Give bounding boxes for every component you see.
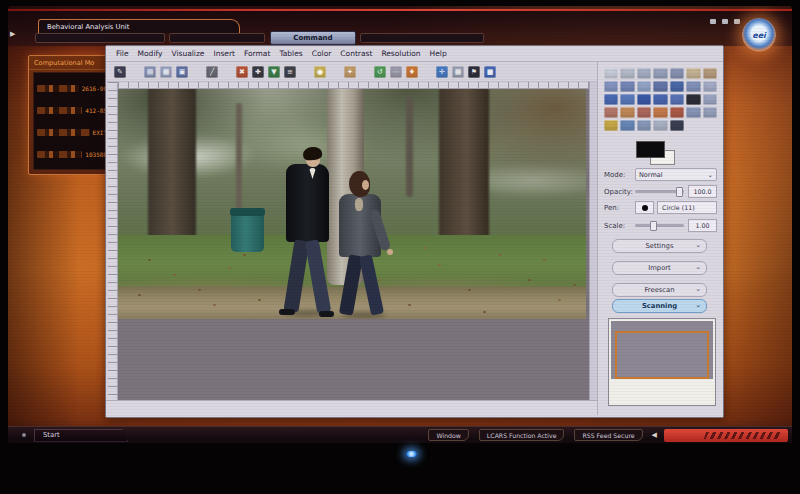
menu-tables[interactable]: Tables — [279, 49, 302, 58]
flag-icon[interactable]: ⚑ — [468, 66, 480, 78]
measure-icon[interactable] — [637, 81, 651, 92]
import-dropdown[interactable]: Import ⌄ — [612, 261, 707, 275]
taskbar-rss-button[interactable]: RSS Feed Secure — [574, 429, 642, 441]
menu-resolution[interactable]: Resolution — [381, 49, 420, 58]
color-picker-icon[interactable] — [604, 81, 618, 92]
align-icon[interactable] — [670, 81, 684, 92]
perspective-icon[interactable] — [637, 94, 651, 105]
ellipse-select-icon[interactable] — [620, 68, 634, 79]
menu-modify[interactable]: Modify — [138, 49, 163, 58]
anchor-icon[interactable]: ✚ — [252, 66, 264, 78]
computational-panel: Computational Mo 2616-99 412-85 EXIT 103… — [28, 55, 116, 175]
chevron-down-icon: ⌄ — [708, 171, 713, 179]
viewport-outline[interactable] — [615, 331, 709, 379]
open-folder-icon[interactable]: ▤ — [144, 66, 156, 78]
scanning-dropdown[interactable]: Scanning ⌄ — [612, 299, 707, 313]
hand-icon[interactable]: ✦ — [344, 66, 356, 78]
readout-row: 2616-99 — [37, 82, 107, 94]
navigation-preview[interactable] — [608, 318, 716, 406]
magnify-icon[interactable] — [620, 81, 634, 92]
slider-knob[interactable] — [676, 187, 683, 197]
move-tool-icon[interactable] — [653, 81, 667, 92]
menu-help[interactable]: Help — [430, 49, 447, 58]
cut-icon[interactable]: ✖ — [236, 66, 248, 78]
pencil-icon[interactable]: ✎ — [114, 66, 126, 78]
canvas-area[interactable] — [108, 82, 597, 400]
smudge-icon[interactable] — [637, 120, 651, 131]
shield-icon[interactable]: ▼ — [268, 66, 280, 78]
paintbrush-icon[interactable] — [637, 107, 651, 118]
scale-tool-icon[interactable] — [604, 94, 618, 105]
menu-file[interactable]: File — [116, 49, 129, 58]
pencil-tool-icon[interactable] — [620, 107, 634, 118]
swatch-icon[interactable]: ■ — [484, 66, 496, 78]
airbrush-icon[interactable] — [670, 107, 684, 118]
park-photo[interactable] — [118, 89, 586, 319]
move-icon[interactable]: ✛ — [436, 66, 448, 78]
crop-icon[interactable] — [686, 81, 700, 92]
image-icon[interactable]: ▣ — [176, 66, 188, 78]
scissors-select-icon[interactable] — [686, 68, 700, 79]
more-dots-icon[interactable]: ⋯ — [390, 66, 402, 78]
opacity-value[interactable]: 100.0 — [688, 185, 717, 198]
computational-panel-readouts: 2616-99 412-85 EXIT 103588 — [33, 72, 111, 170]
heal-icon[interactable] — [604, 120, 618, 131]
menu-insert[interactable]: Insert — [213, 49, 235, 58]
tab-command[interactable]: Command — [270, 31, 356, 45]
opacity-slider[interactable] — [635, 190, 684, 193]
dodge-burn-icon[interactable] — [653, 120, 667, 131]
tab-behavioral-analysis-unit[interactable]: Behavioral Analysis Unit — [38, 19, 240, 33]
save-icon[interactable]: ▦ — [160, 66, 172, 78]
taskbar-lcars-button[interactable]: LCARS Function Active — [479, 429, 565, 441]
grid-icon[interactable]: ▦ — [452, 66, 464, 78]
brush-preview[interactable] — [635, 201, 654, 214]
menu-color[interactable]: Color — [312, 49, 332, 58]
taskbar-window-button[interactable]: Window — [428, 429, 468, 441]
foreground-color-swatch[interactable] — [636, 141, 665, 158]
ink-icon[interactable] — [686, 107, 700, 118]
collapse-arrow-icon[interactable]: ◀ — [652, 431, 657, 439]
tab-unlabeled-2[interactable] — [169, 33, 265, 43]
brush-icon[interactable] — [670, 120, 684, 131]
rotate-icon[interactable] — [703, 81, 717, 92]
blur-sharpen-icon[interactable] — [620, 120, 634, 131]
lamp-icon[interactable]: ● — [314, 66, 326, 78]
flip-icon[interactable] — [653, 94, 667, 105]
clone-icon[interactable] — [703, 107, 717, 118]
slider-knob[interactable] — [650, 221, 657, 231]
cage-icon[interactable] — [670, 94, 684, 105]
bucket-fill-icon[interactable] — [703, 94, 717, 105]
select-by-color-icon[interactable] — [670, 68, 684, 79]
free-select-icon[interactable] — [637, 68, 651, 79]
menu-contrast[interactable]: Contrast — [340, 49, 372, 58]
freescan-dropdown[interactable]: Freescan ⌄ — [612, 283, 707, 297]
mode-select[interactable]: Normal ⌄ — [635, 168, 717, 181]
flame-icon[interactable]: ♦ — [406, 66, 418, 78]
tab-unlabeled-3[interactable] — [360, 33, 484, 43]
window-control-dots[interactable] — [710, 19, 740, 24]
screen: ▶ Behavioral Analysis Unit Command eei C… — [8, 6, 792, 443]
gradient-icon[interactable] — [604, 107, 618, 118]
scale-value[interactable]: 1.00 — [688, 219, 717, 232]
refresh-icon[interactable]: ↺ — [374, 66, 386, 78]
edge-arrow-icon[interactable]: ▶ — [10, 30, 15, 38]
shear-icon[interactable] — [620, 94, 634, 105]
taskbar: Start WindowLCARS Function ActiveRSS Fee… — [8, 426, 792, 443]
menu-visualize[interactable]: Visualize — [171, 49, 204, 58]
brush-name-field[interactable]: Circle (11) — [657, 201, 717, 214]
vertical-scrollbar[interactable] — [589, 82, 597, 400]
rect-select-icon[interactable] — [604, 68, 618, 79]
trash-can — [231, 208, 264, 252]
layers-icon[interactable]: ≡ — [284, 66, 296, 78]
settings-dropdown[interactable]: Settings ⌄ — [612, 239, 707, 253]
scale-slider[interactable] — [635, 224, 684, 227]
eraser-icon[interactable] — [653, 107, 667, 118]
start-button[interactable]: Start — [34, 429, 128, 442]
tab-unlabeled-1[interactable] — [35, 33, 165, 43]
chevron-down-icon: ⌄ — [695, 284, 701, 295]
text-tool-icon[interactable] — [686, 94, 700, 105]
paths-icon[interactable] — [703, 68, 717, 79]
divider-slash-icon[interactable]: ╱ — [206, 66, 218, 78]
fuzzy-select-icon[interactable] — [653, 68, 667, 79]
menu-format[interactable]: Format — [244, 49, 270, 58]
